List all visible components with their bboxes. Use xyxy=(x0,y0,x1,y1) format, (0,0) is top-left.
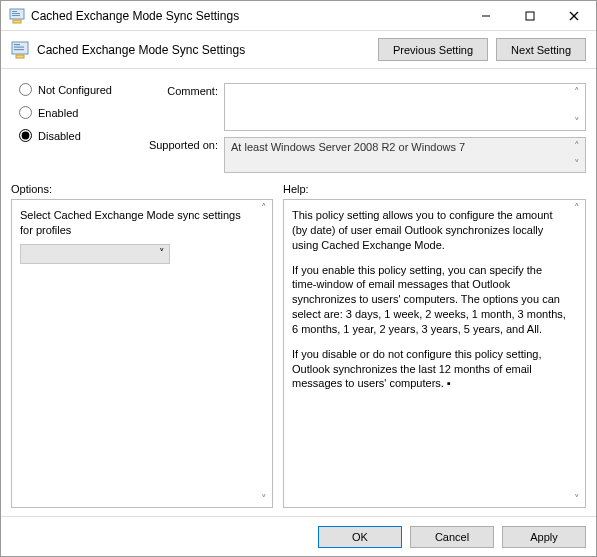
chevron-down-icon[interactable]: ˅ xyxy=(258,493,270,505)
comment-row: Comment: ˄ ˅ xyxy=(139,83,586,131)
svg-rect-11 xyxy=(14,46,24,47)
close-button[interactable] xyxy=(552,1,596,31)
previous-setting-button[interactable]: Previous Setting xyxy=(378,38,488,61)
policy-title: Cached Exchange Mode Sync Settings xyxy=(37,43,370,57)
dialog-window: Cached Exchange Mode Sync Settings Cache… xyxy=(0,0,597,557)
comment-input[interactable]: ˄ ˅ xyxy=(224,83,586,131)
svg-rect-1 xyxy=(12,11,17,12)
ok-button[interactable]: OK xyxy=(318,526,402,548)
maximize-button[interactable] xyxy=(508,1,552,31)
options-select-label: Select Cached Exchange Mode sync setting… xyxy=(20,208,256,238)
policy-icon xyxy=(11,41,29,59)
cancel-button[interactable]: Cancel xyxy=(410,526,494,548)
help-pane: This policy setting allows you to config… xyxy=(283,199,586,508)
chevron-down-icon: ˅ xyxy=(159,246,165,261)
radio-enabled-input[interactable] xyxy=(19,106,32,119)
svg-rect-6 xyxy=(526,12,534,20)
comment-label: Comment: xyxy=(139,83,224,97)
chevron-down-icon[interactable]: ˅ xyxy=(571,158,583,170)
supported-on-value: At least Windows Server 2008 R2 or Windo… xyxy=(231,141,465,153)
supported-row: Supported on: At least Windows Server 20… xyxy=(139,137,586,173)
panes: Select Cached Exchange Mode sync setting… xyxy=(1,199,596,516)
svg-rect-10 xyxy=(14,44,20,45)
options-pane: Select Cached Exchange Mode sync setting… xyxy=(11,199,273,508)
svg-rect-9 xyxy=(12,42,28,54)
radio-disabled[interactable]: Disabled xyxy=(19,129,139,142)
supported-label: Supported on: xyxy=(139,137,224,151)
sync-settings-dropdown[interactable]: ˅ xyxy=(20,244,170,264)
svg-rect-12 xyxy=(14,49,24,50)
chevron-up-icon[interactable]: ˄ xyxy=(258,202,270,214)
help-label: Help: xyxy=(283,183,309,195)
sub-header: Cached Exchange Mode Sync Settings Previ… xyxy=(1,31,596,69)
help-text: This policy setting allows you to config… xyxy=(284,200,585,409)
button-bar: OK Cancel Apply xyxy=(1,516,596,556)
help-paragraph: This policy setting allows you to config… xyxy=(292,208,569,253)
window-title: Cached Exchange Mode Sync Settings xyxy=(31,9,464,23)
svg-rect-13 xyxy=(16,55,24,58)
chevron-down-icon[interactable]: ˅ xyxy=(571,116,583,128)
radio-disabled-label: Disabled xyxy=(38,130,81,142)
chevron-up-icon[interactable]: ˄ xyxy=(571,202,583,214)
options-label: Options: xyxy=(11,183,283,195)
svg-rect-3 xyxy=(12,15,20,16)
radio-not-configured-label: Not Configured xyxy=(38,84,112,96)
options-scrollbar[interactable]: ˄ ˅ xyxy=(256,200,272,507)
config-section: Not Configured Enabled Disabled Comment:… xyxy=(1,69,596,177)
radio-not-configured[interactable]: Not Configured xyxy=(19,83,139,96)
svg-rect-2 xyxy=(12,13,20,14)
radio-enabled-label: Enabled xyxy=(38,107,78,119)
fields: Comment: ˄ ˅ Supported on: At least Wind… xyxy=(139,83,586,173)
radio-not-configured-input[interactable] xyxy=(19,83,32,96)
apply-button[interactable]: Apply xyxy=(502,526,586,548)
app-icon xyxy=(9,8,25,24)
next-setting-button[interactable]: Next Setting xyxy=(496,38,586,61)
chevron-up-icon[interactable]: ˄ xyxy=(571,140,583,152)
supported-on-box: At least Windows Server 2008 R2 or Windo… xyxy=(224,137,586,173)
titlebar: Cached Exchange Mode Sync Settings xyxy=(1,1,596,31)
help-paragraph: If you enable this policy setting, you c… xyxy=(292,263,569,337)
radio-disabled-input[interactable] xyxy=(19,129,32,142)
pane-labels: Options: Help: xyxy=(1,177,596,199)
help-scrollbar[interactable]: ˄ ˅ xyxy=(569,200,585,507)
help-paragraph: If you disable or do not configure this … xyxy=(292,347,569,392)
minimize-button[interactable] xyxy=(464,1,508,31)
chevron-down-icon[interactable]: ˅ xyxy=(571,493,583,505)
chevron-up-icon[interactable]: ˄ xyxy=(571,86,583,98)
state-radios: Not Configured Enabled Disabled xyxy=(19,83,139,173)
svg-rect-4 xyxy=(13,20,21,23)
radio-enabled[interactable]: Enabled xyxy=(19,106,139,119)
